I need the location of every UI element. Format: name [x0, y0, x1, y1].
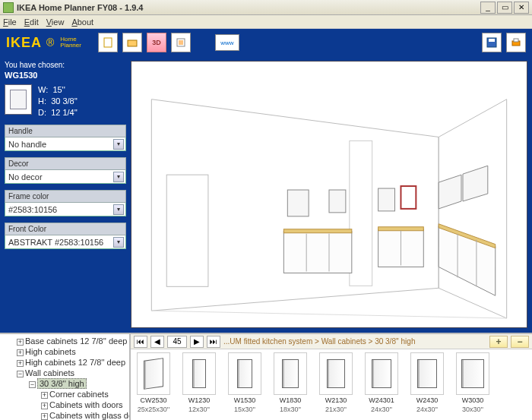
chevron-down-icon: ▾ — [113, 204, 124, 215]
room-render — [131, 62, 527, 327]
tool-3d-button[interactable]: 3D — [147, 33, 166, 52]
zoom-out-button[interactable]: − — [511, 336, 529, 348]
minimize-button[interactable]: _ — [480, 2, 496, 14]
viewport-wrap — [131, 56, 532, 333]
menu-edit[interactable]: Edit — [24, 17, 39, 27]
chosen-thumbnail — [5, 84, 32, 115]
chevron-down-icon: ▾ — [113, 139, 124, 150]
tree-wall[interactable]: Wall cabinets — [25, 368, 74, 377]
prop-decor-select[interactable]: No decor ▾ — [5, 170, 126, 184]
svg-line-10 — [151, 311, 506, 318]
svg-rect-14 — [329, 190, 346, 213]
zoom-in-button[interactable]: + — [489, 336, 508, 348]
sidebar: You have chosen: WG1530 W: 15'' H: 30 3/… — [0, 56, 131, 333]
tool-save-button[interactable] — [482, 33, 502, 52]
maximize-button[interactable]: ▭ — [497, 2, 512, 14]
svg-rect-9 — [514, 39, 518, 42]
tree-corner[interactable]: Corner cabinets — [49, 390, 109, 399]
menu-view[interactable]: View — [46, 17, 65, 27]
catalog-panel: ⏮ ◀ 45 ▶ ⏭ ...UM fitted kitchen system >… — [131, 334, 532, 420]
breadcrumb: ...UM fitted kitchen system > Wall cabin… — [223, 337, 486, 346]
svg-rect-11 — [166, 175, 208, 286]
catalog-item[interactable]: CW253025x25x30'' — [137, 352, 170, 413]
svg-marker-18 — [463, 166, 488, 201]
3d-canvas[interactable] — [131, 61, 527, 328]
tool-open-button[interactable] — [122, 33, 142, 52]
tool-www-button[interactable]: www — [215, 34, 239, 51]
prop-front-select[interactable]: ABSTRAKT #2583:10156 ▾ — [5, 235, 126, 249]
logo-text: IKEA — [6, 35, 42, 51]
prop-decor-label: Decor — [5, 157, 126, 170]
svg-rect-0 — [104, 38, 112, 47]
prop-decor: Decor No decor ▾ — [5, 157, 126, 184]
tool-new-button[interactable] — [98, 33, 118, 52]
nav-last-button[interactable]: ⏭ — [207, 336, 220, 348]
svg-rect-19 — [283, 232, 351, 273]
svg-rect-20 — [283, 229, 351, 233]
page-field[interactable]: 45 — [167, 336, 187, 348]
catalog-item[interactable]: W2430124x30'' — [365, 352, 398, 413]
prop-handle: Handle No handle ▾ — [5, 125, 126, 151]
menubar: File Edit View About — [0, 15, 532, 29]
window-title: IKEA Home Planner FY08 - 1.9.4 — [17, 3, 480, 12]
logo-sublabel: Home Planner — [59, 36, 81, 49]
catalog-item[interactable]: W123012x30'' — [182, 352, 216, 413]
tree-high2[interactable]: High cabinets 12 7/8'' deep — [25, 358, 125, 367]
svg-marker-17 — [439, 175, 461, 209]
window-buttons: _ ▭ ✕ — [480, 2, 529, 14]
catalog-item[interactable]: W213021x30'' — [319, 352, 353, 413]
tree-glass[interactable]: Cabinets with glass door(s) — [49, 411, 131, 420]
prop-frame: Frame color #2583:10156 ▾ — [5, 190, 126, 216]
prop-frame-label: Frame color — [5, 190, 126, 203]
catalog-item[interactable]: W153015x30'' — [228, 352, 261, 413]
nav-prev-button[interactable]: ◀ — [150, 336, 164, 348]
tree-doors[interactable]: Cabinets with doors — [49, 400, 123, 409]
tree-panel[interactable]: +Base cabinets 12 7/8'' deep +High cabin… — [0, 334, 131, 420]
svg-rect-24 — [378, 227, 424, 231]
app-icon — [3, 2, 14, 13]
catalog-thumbs: CW253025x25x30'' W123012x30'' W153015x30… — [131, 349, 532, 420]
nav-first-button[interactable]: ⏮ — [134, 336, 147, 348]
catalog-item[interactable]: W303030x30'' — [456, 352, 489, 413]
svg-rect-13 — [287, 190, 309, 216]
catalog-item[interactable]: W183018x30'' — [274, 352, 307, 413]
svg-rect-12 — [350, 141, 372, 286]
chevron-down-icon: ▾ — [113, 237, 124, 248]
chevron-down-icon: ▾ — [113, 172, 124, 182]
close-button[interactable]: ✕ — [514, 2, 529, 14]
logo-reg: ® — [46, 36, 54, 49]
tool-print-button[interactable] — [506, 33, 526, 52]
tree-base[interactable]: Base cabinets 12 7/8'' deep — [25, 336, 127, 346]
prop-frame-select[interactable]: #2583:10156 ▾ — [5, 203, 126, 216]
menu-about[interactable]: About — [71, 17, 93, 27]
catalog-item[interactable]: W243024x30'' — [410, 352, 444, 413]
catalog-strip: ⏮ ◀ 45 ▶ ⏭ ...UM fitted kitchen system >… — [131, 334, 532, 349]
toolbar: IKEA ® Home Planner 3D www — [0, 29, 532, 56]
prop-front-label: Front Color — [5, 223, 126, 235]
nav-next-button[interactable]: ▶ — [190, 336, 204, 348]
svg-rect-7 — [489, 39, 495, 42]
tool-list-button[interactable] — [171, 33, 191, 52]
svg-rect-16 — [401, 186, 416, 209]
svg-rect-15 — [378, 188, 395, 211]
tree-high[interactable]: High cabinets — [25, 347, 76, 356]
chosen-name: WG1530 — [5, 71, 126, 80]
titlebar: IKEA Home Planner FY08 - 1.9.4 _ ▭ ✕ — [0, 0, 532, 15]
main-area: You have chosen: WG1530 W: 15'' H: 30 3/… — [0, 56, 532, 333]
chosen-row: W: 15'' H: 30 3/8'' D: 12 1/4'' — [5, 84, 126, 118]
chosen-dims: W: 15'' H: 30 3/8'' D: 12 1/4'' — [38, 84, 78, 118]
bottom-panel: +Base cabinets 12 7/8'' deep +High cabin… — [0, 333, 532, 420]
prop-front: Front Color ABSTRAKT #2583:10156 ▾ — [5, 223, 126, 249]
chosen-label: You have chosen: — [5, 61, 126, 69]
tree-30high[interactable]: 30 3/8'' high — [37, 378, 87, 389]
svg-rect-1 — [128, 40, 137, 46]
prop-handle-label: Handle — [5, 125, 126, 137]
prop-handle-select[interactable]: No handle ▾ — [5, 137, 126, 151]
menu-file[interactable]: File — [3, 17, 17, 27]
